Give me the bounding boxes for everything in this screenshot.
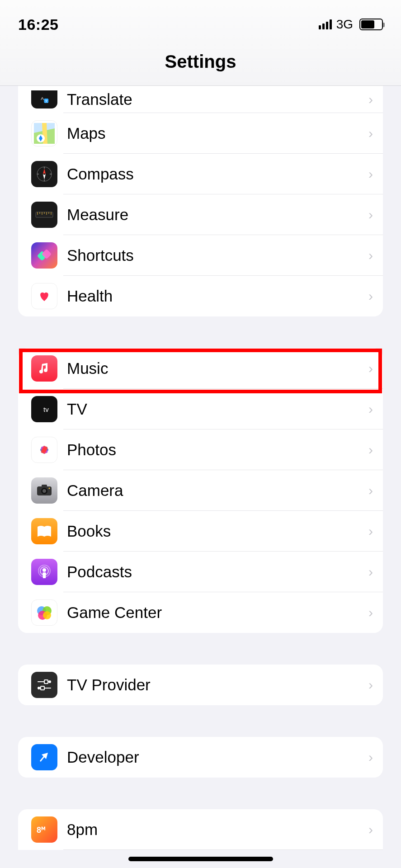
svg-point-35 xyxy=(42,568,46,572)
chevron-right-icon: › xyxy=(368,248,373,263)
settings-row-podcasts[interactable]: Podcasts › xyxy=(18,552,383,592)
settings-row-maps[interactable]: Maps › xyxy=(18,113,383,154)
svg-rect-42 xyxy=(44,680,48,684)
settings-row-label: Developer xyxy=(63,748,368,766)
settings-row-8pm[interactable]: 8ᴹ 8pm › xyxy=(18,809,383,850)
settings-row-label: Measure xyxy=(63,206,368,224)
settings-row-label: Podcasts xyxy=(63,563,368,581)
developer-icon xyxy=(31,744,57,770)
chevron-right-icon: › xyxy=(368,126,373,141)
settings-group-media: Music › tv TV › Photos › Camera › xyxy=(18,348,383,633)
svg-text:tv: tv xyxy=(43,406,49,413)
settings-row-tv[interactable]: tv TV › xyxy=(18,389,383,429)
compass-icon xyxy=(31,161,57,187)
camera-icon xyxy=(31,477,57,504)
settings-row-label: Camera xyxy=(63,481,368,500)
home-indicator[interactable] xyxy=(128,857,273,861)
settings-group-utilities: A文 Translate › Maps › Compass › xyxy=(18,86,383,316)
status-indicators: 3G xyxy=(319,17,383,32)
settings-row-developer[interactable]: Developer › xyxy=(18,737,383,778)
battery-icon xyxy=(359,19,383,30)
chevron-right-icon: › xyxy=(368,361,373,376)
chevron-right-icon: › xyxy=(368,483,373,498)
chevron-right-icon: › xyxy=(368,92,373,107)
settings-row-measure[interactable]: Measure › xyxy=(18,194,383,235)
chevron-right-icon: › xyxy=(368,564,373,580)
status-bar: 16:25 3G xyxy=(0,0,401,41)
podcasts-icon xyxy=(31,559,57,585)
gamecenter-icon xyxy=(31,599,57,626)
svg-rect-31 xyxy=(42,485,47,487)
svg-text:A: A xyxy=(41,96,44,101)
settings-row-tv-provider[interactable]: TV Provider › xyxy=(18,665,383,705)
svg-point-43 xyxy=(49,681,51,683)
settings-row-camera[interactable]: Camera › xyxy=(18,470,383,511)
status-time: 16:25 xyxy=(18,16,58,33)
health-icon xyxy=(31,283,57,309)
chevron-right-icon: › xyxy=(368,166,373,182)
settings-row-label: Translate xyxy=(63,90,368,108)
books-icon xyxy=(31,518,57,544)
nav-header: Settings xyxy=(0,41,401,86)
settings-row-label: Compass xyxy=(63,165,368,183)
settings-row-game-center[interactable]: Game Center › xyxy=(18,592,383,633)
svg-text:文: 文 xyxy=(45,99,48,103)
svg-text:8ᴹ: 8ᴹ xyxy=(37,826,46,835)
settings-group-thirdparty: 8ᴹ 8pm › xyxy=(18,809,383,850)
svg-point-34 xyxy=(48,488,50,489)
chevron-right-icon: › xyxy=(368,750,373,765)
settings-row-label: Music xyxy=(63,359,368,377)
settings-row-compass[interactable]: Compass › xyxy=(18,154,383,194)
measure-icon xyxy=(31,202,57,228)
settings-row-label: TV Provider xyxy=(63,676,368,694)
maps-icon xyxy=(31,120,57,146)
settings-row-label: Maps xyxy=(63,124,368,142)
settings-row-health[interactable]: Health › xyxy=(18,276,383,316)
svg-point-33 xyxy=(42,489,46,493)
network-type: 3G xyxy=(336,17,353,32)
svg-rect-44 xyxy=(41,686,44,690)
settings-row-label: Books xyxy=(63,522,368,540)
svg-point-41 xyxy=(43,611,51,619)
settings-row-photos[interactable]: Photos › xyxy=(18,429,383,470)
cellular-signal-icon xyxy=(319,19,332,29)
settings-row-music[interactable]: Music › xyxy=(18,348,383,389)
chevron-right-icon: › xyxy=(368,442,373,458)
chevron-right-icon: › xyxy=(368,605,373,620)
settings-row-shortcuts[interactable]: Shortcuts › xyxy=(18,235,383,276)
page-title: Settings xyxy=(0,52,401,72)
chevron-right-icon: › xyxy=(368,524,373,539)
translate-icon: A文 xyxy=(31,90,57,108)
tvprovider-icon xyxy=(31,672,57,698)
shortcuts-icon xyxy=(31,242,57,269)
svg-marker-9 xyxy=(43,169,46,174)
settings-row-label: 8pm xyxy=(63,821,368,839)
settings-row-books[interactable]: Books › xyxy=(18,511,383,552)
settings-row-label: Shortcuts xyxy=(63,246,368,264)
chevron-right-icon: › xyxy=(368,288,373,304)
svg-marker-10 xyxy=(43,174,46,179)
settings-row-label: Photos xyxy=(63,441,368,459)
settings-group-tvprovider: TV Provider › xyxy=(18,665,383,705)
settings-row-translate[interactable]: A文 Translate › xyxy=(18,86,383,113)
chevron-right-icon: › xyxy=(368,207,373,222)
settings-row-label: TV xyxy=(63,400,368,418)
settings-row-label: Game Center xyxy=(63,604,368,622)
settings-row-label: Health xyxy=(63,287,368,305)
settings-group-developer: Developer › xyxy=(18,737,383,778)
tv-icon: tv xyxy=(31,396,57,422)
chevron-right-icon: › xyxy=(368,401,373,417)
chevron-right-icon: › xyxy=(368,677,373,693)
svg-point-45 xyxy=(38,687,40,689)
chevron-right-icon: › xyxy=(368,822,373,837)
8pm-icon: 8ᴹ xyxy=(31,816,57,843)
settings-scroll[interactable]: A文 Translate › Maps › Compass › xyxy=(0,86,401,868)
music-icon xyxy=(31,355,57,382)
photos-icon xyxy=(31,437,57,463)
